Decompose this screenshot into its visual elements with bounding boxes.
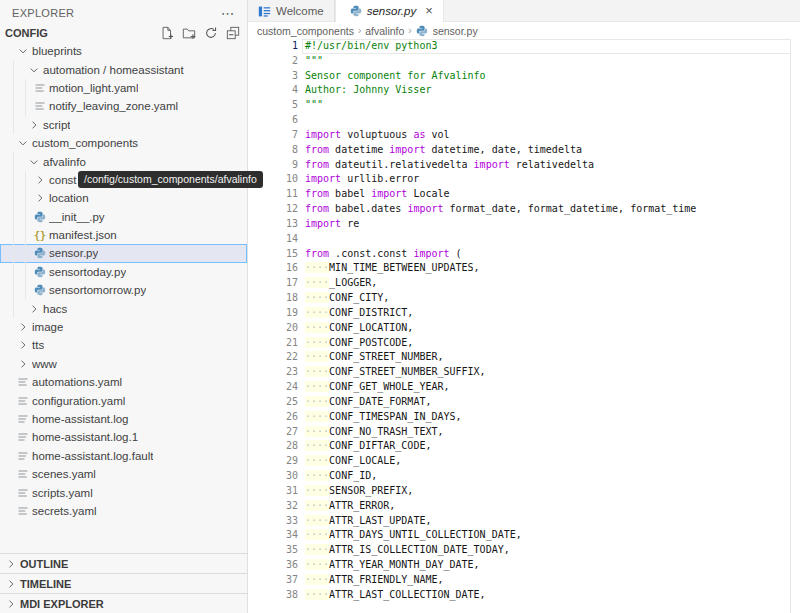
line-number: 38 (248, 588, 298, 603)
code-line[interactable]: 12from babel.dates import format_date, f… (248, 202, 800, 217)
tree-file-home-assistant-log-fault[interactable]: home-assistant.log.fault (0, 447, 247, 465)
code-line[interactable]: 34····ATTR_DAYS_UNTIL_COLLECTION_DATE, (248, 528, 800, 543)
code-line[interactable]: 14 (248, 232, 800, 247)
tree-file-sensortoday-py[interactable]: sensortoday.py (0, 263, 247, 281)
tab-sensor-py[interactable]: sensor.py× (335, 0, 444, 22)
code-line[interactable]: 13import re (248, 217, 800, 232)
code-line[interactable]: 5""" (248, 98, 800, 113)
close-icon[interactable]: × (425, 6, 433, 16)
more-actions-icon[interactable]: ⋯ (221, 8, 235, 18)
line-number: 4 (248, 83, 298, 98)
tree-file-init-py[interactable]: __init__.py (0, 208, 247, 226)
refresh-button[interactable] (203, 25, 219, 41)
breadcrumb[interactable]: custom_components›afvalinfo›sensor.py (248, 22, 800, 39)
tree-file-automations-yaml[interactable]: automations.yaml (0, 373, 247, 391)
code-line[interactable]: 4Author: Johnny Visser (248, 83, 800, 98)
tree-item-label: custom_components (32, 137, 138, 149)
code-line[interactable]: 21····CONF_POSTCODE, (248, 336, 800, 351)
panel-header-mdi-explorer[interactable]: MDI EXPLORER (0, 593, 247, 613)
tree-file-secrets-yaml[interactable]: secrets.yaml (0, 502, 247, 520)
breadcrumb-item-afvalinfo[interactable]: afvalinfo (365, 25, 404, 37)
tree-item-label: automation / homeassistant (43, 64, 184, 76)
code-line[interactable]: 30····CONF_ID, (248, 469, 800, 484)
code-line[interactable]: 10import urllib.error (248, 172, 800, 187)
tree-folder-www[interactable]: www (0, 355, 247, 373)
chevron-down-icon (27, 156, 41, 168)
code-line[interactable]: 9from dateutil.relativedelta import rela… (248, 158, 800, 173)
tree-file-scenes-yaml[interactable]: scenes.yaml (0, 465, 247, 483)
config-section-header[interactable]: CONFIG (0, 24, 247, 42)
code-line[interactable]: 8from datetime import datetime, date, ti… (248, 143, 800, 158)
line-number: 30 (248, 469, 298, 484)
tree-file-scripts-yaml[interactable]: scripts.yaml (0, 483, 247, 501)
line-number: 35 (248, 543, 298, 558)
tree-folder-location[interactable]: location (0, 189, 247, 207)
new-folder-button[interactable] (181, 25, 197, 41)
code-line[interactable]: 23····CONF_STREET_NUMBER_SUFFIX, (248, 365, 800, 380)
tree-folder-script[interactable]: script (0, 116, 247, 134)
chevron-right-icon (27, 303, 41, 315)
code-line[interactable]: 24····CONF_GET_WHOLE_YEAR, (248, 380, 800, 395)
code-line[interactable]: 35····ATTR_IS_COLLECTION_DATE_TODAY, (248, 543, 800, 558)
panel-header-outline[interactable]: OUTLINE (0, 553, 247, 573)
code-line[interactable]: 36····ATTR_YEAR_MONTH_DAY_DATE, (248, 558, 800, 573)
breadcrumb-item-sensor-py[interactable]: sensor.py (433, 25, 478, 37)
tree-file-manifest-json[interactable]: {}manifest.json (0, 226, 247, 244)
code-line[interactable]: 2""" (248, 54, 800, 69)
code-line[interactable]: 31····SENSOR_PREFIX, (248, 484, 800, 499)
new-file-button[interactable] (159, 25, 175, 41)
log-icon (16, 431, 30, 443)
code-line[interactable]: 3Sensor component for Afvalinfo (248, 69, 800, 84)
code-line[interactable]: 32····ATTR_ERROR, (248, 499, 800, 514)
code-line[interactable]: 25····CONF_DATE_FORMAT, (248, 395, 800, 410)
tree-file-sensortomorrow-py[interactable]: sensortomorrow.py (0, 281, 247, 299)
code-line[interactable]: 33····ATTR_LAST_UPDATE, (248, 514, 800, 529)
line-number: 33 (248, 514, 298, 529)
code-line[interactable]: 20····CONF_LOCATION, (248, 321, 800, 336)
code-line[interactable]: 11from babel import Locale (248, 187, 800, 202)
line-number: 36 (248, 558, 298, 573)
code-line[interactable]: 6 (248, 113, 800, 128)
code-line[interactable]: 17····_LOGGER, (248, 276, 800, 291)
panel-header-timeline[interactable]: TIMELINE (0, 573, 247, 593)
code-line[interactable]: 26····CONF_TIMESPAN_IN_DAYS, (248, 410, 800, 425)
line-number: 6 (248, 113, 298, 128)
code-line[interactable]: 16····MIN_TIME_BETWEEN_UPDATES, (248, 261, 800, 276)
code-line[interactable]: 19····CONF_DISTRICT, (248, 306, 800, 321)
tree-folder-tts[interactable]: tts (0, 336, 247, 354)
yaml-icon (16, 505, 30, 517)
welcome-icon (258, 5, 271, 18)
indent-whitespace: ···· (305, 515, 329, 526)
tree-folder-hacs[interactable]: hacs (0, 299, 247, 317)
code-line[interactable]: 22····CONF_STREET_NUMBER, (248, 350, 800, 365)
tree-file-motion-light-yaml[interactable]: motion_light.yaml (0, 79, 247, 97)
line-number: 14 (248, 232, 298, 247)
breadcrumb-item-custom-components[interactable]: custom_components (257, 25, 354, 37)
tree-file-configuration-yaml[interactable]: configuration.yaml (0, 391, 247, 409)
code-line[interactable]: 1#!/usr/bin/env python3 (248, 39, 800, 54)
code-line[interactable]: 18····CONF_CITY, (248, 291, 800, 306)
tree-folder-custom-components[interactable]: custom_components (0, 134, 247, 152)
code-line[interactable]: 38····ATTR_LAST_COLLECTION_DATE, (248, 588, 800, 603)
tree-file-sensor-py[interactable]: sensor.py (0, 244, 247, 262)
tree-folder-afvalinfo[interactable]: afvalinfo (0, 152, 247, 170)
code-editor[interactable]: 1#!/usr/bin/env python32"""3Sensor compo… (248, 39, 800, 613)
indent-whitespace: ···· (305, 307, 329, 318)
tree-folder-automation-homeassistant[interactable]: automation / homeassistant (0, 60, 247, 78)
code-line[interactable]: 37····ATTR_FRIENDLY_NAME, (248, 573, 800, 588)
tree-folder-image[interactable]: image (0, 318, 247, 336)
tree-folder-blueprints[interactable]: blueprints (0, 42, 247, 60)
tab-welcome[interactable]: Welcome (248, 0, 335, 22)
line-number: 7 (248, 128, 298, 143)
line-number: 29 (248, 454, 298, 469)
code-line[interactable]: 29····CONF_LOCALE, (248, 454, 800, 469)
code-line[interactable]: 7import voluptuous as vol (248, 128, 800, 143)
tree-file-notify-leaving-zone-yaml[interactable]: notify_leaving_zone.yaml (0, 97, 247, 115)
code-line[interactable]: 27····CONF_NO_TRASH_TEXT, (248, 425, 800, 440)
yaml-icon (16, 395, 30, 407)
code-line[interactable]: 15from .const.const import ( (248, 247, 800, 262)
tree-file-home-assistant-log[interactable]: home-assistant.log (0, 410, 247, 428)
tree-file-home-assistant-log-1[interactable]: home-assistant.log.1 (0, 428, 247, 446)
code-line[interactable]: 28····CONF_DIFTAR_CODE, (248, 439, 800, 454)
collapse-all-button[interactable] (225, 25, 241, 41)
